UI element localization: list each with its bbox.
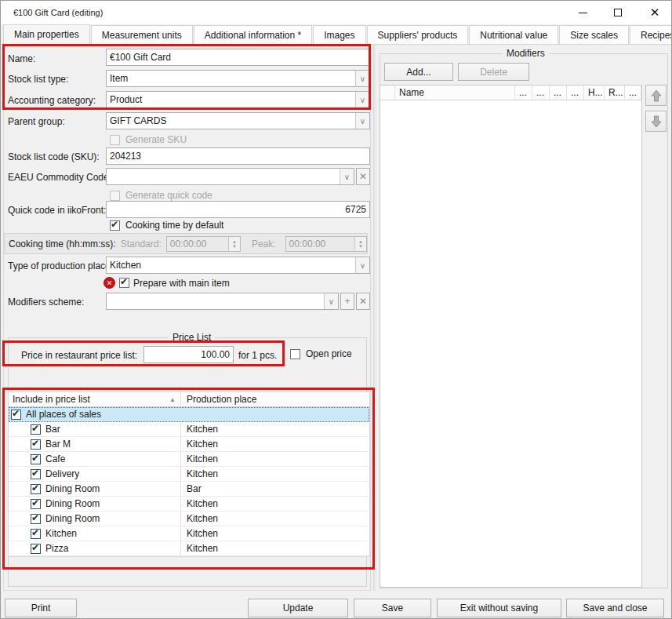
price-table-row[interactable]: Kitchen Kitchen (9, 526, 369, 541)
price-table-row[interactable]: Bar M Kitchen (9, 437, 369, 452)
chevron-down-icon[interactable]: ∨ (355, 257, 369, 273)
title-bar: €100 Gift Card (editing) ✕ (1, 1, 672, 24)
update-button[interactable]: Update (248, 599, 348, 617)
modifiers-scheme-clear-button[interactable]: ✕ (356, 293, 370, 310)
chevron-down-icon[interactable]: ∨ (355, 71, 369, 86)
arrow-down-icon (651, 115, 662, 128)
price-row-place: Kitchen (187, 453, 218, 464)
eaeu-code-value (107, 169, 340, 184)
tab-measurement-units[interactable]: Measurement units (91, 25, 193, 44)
panel-splitter[interactable] (373, 45, 376, 591)
maximize-button[interactable] (606, 4, 630, 21)
modifiers-table-body (380, 100, 641, 587)
price-row-checkbox[interactable] (31, 514, 41, 524)
price-table-row[interactable]: Dining Room Bar (9, 482, 369, 497)
accounting-category-select[interactable]: Product ∨ (106, 91, 370, 108)
price-table-row[interactable]: Dining Room Kitchen (9, 512, 369, 526)
price-row-checkbox[interactable] (31, 484, 41, 494)
tab-recipes[interactable]: Recipes (630, 25, 672, 44)
cooking-standard-value: 00:00:00 (167, 237, 228, 251)
modifiers-scheme-add-button[interactable]: + (340, 293, 354, 310)
price-table-row[interactable]: Dining Room Kitchen (9, 497, 369, 512)
modifiers-column-name[interactable]: Name (395, 86, 515, 100)
modifiers-column-dots[interactable]: ... (625, 86, 641, 100)
parent-group-select[interactable]: GIFT CARDS ∨ (106, 112, 370, 129)
production-place-label: Type of production place: (8, 260, 113, 271)
move-up-button[interactable] (645, 85, 667, 106)
modifiers-add-label: Add... (406, 67, 430, 78)
move-down-button[interactable] (645, 111, 667, 132)
price-row-place: Kitchen (187, 528, 218, 539)
generate-sku-checkbox[interactable] (110, 135, 120, 145)
production-place-column-header[interactable]: Production place (181, 394, 369, 405)
tab-size-scales[interactable]: Size scales (559, 25, 629, 44)
tab-suppliers-products[interactable]: Suppliers' products (367, 25, 469, 44)
generate-sku-row: Generate SKU (110, 134, 187, 145)
include-column-label[interactable]: Include in price list (13, 394, 90, 405)
modifiers-column-blank[interactable] (380, 86, 395, 100)
sku-input[interactable]: 204213 (106, 147, 370, 165)
price-row-checkbox[interactable] (31, 424, 41, 435)
chevron-down-icon[interactable]: ∨ (355, 92, 369, 107)
generate-quick-code-checkbox[interactable] (110, 191, 120, 201)
open-price-checkbox[interactable] (290, 349, 300, 359)
open-price-label: Open price (306, 348, 352, 359)
close-button[interactable]: ✕ (643, 4, 667, 21)
price-table-row[interactable]: Pizza Kitchen (9, 541, 369, 556)
price-row-checkbox[interactable] (11, 410, 21, 420)
eaeu-clear-button[interactable]: ✕ (356, 168, 370, 185)
quick-code-input[interactable]: 6725 (106, 201, 370, 218)
sort-ascending-icon[interactable]: ▲ (169, 396, 176, 403)
cooking-standard-input[interactable]: 00:00:00 ▲▼ (166, 236, 241, 252)
cooking-peak-input[interactable]: 00:00:00 ▲▼ (285, 236, 367, 252)
price-table-row[interactable]: Delivery Kitchen (9, 467, 369, 482)
save-and-close-button[interactable]: Save and close (566, 599, 664, 617)
price-row-checkbox[interactable] (31, 439, 41, 450)
price-row-checkbox[interactable] (31, 469, 41, 479)
chevron-down-icon[interactable]: ∨ (324, 293, 338, 309)
modifiers-column-dots[interactable]: ... (550, 86, 567, 100)
price-row-name-cell: Kitchen (9, 526, 181, 541)
price-table-row[interactable]: All places of sales (9, 407, 369, 422)
price-row-checkbox[interactable] (31, 529, 41, 539)
window-title: €100 Gift Card (editing) (13, 8, 103, 17)
price-row-checkbox[interactable] (31, 499, 41, 509)
modifiers-column-dots[interactable]: ... (532, 86, 550, 100)
save-button[interactable]: Save (354, 599, 431, 617)
modifiers-column-r[interactable]: R... (605, 86, 625, 100)
price-row-checkbox[interactable] (31, 454, 41, 464)
price-table-row[interactable]: Bar Kitchen (9, 422, 369, 437)
modifiers-add-button[interactable]: Add... (384, 63, 453, 81)
eaeu-code-select[interactable]: ∨ (106, 168, 354, 185)
modifiers-scheme-select[interactable]: ∨ (106, 293, 339, 310)
production-place-select[interactable]: Kitchen ∨ (106, 257, 370, 274)
tab-images[interactable]: Images (313, 25, 365, 44)
modifiers-column-dots[interactable]: ... (567, 86, 584, 100)
price-row-checkbox[interactable] (31, 544, 41, 554)
sku-value: 204213 (110, 151, 141, 162)
price-row-name: Kitchen (45, 528, 77, 539)
modifiers-delete-button[interactable]: Delete (458, 63, 529, 81)
spinner-icon[interactable]: ▲▼ (354, 237, 366, 251)
cooking-default-checkbox[interactable] (110, 220, 120, 231)
tab-main-properties[interactable]: Main properties (3, 24, 90, 45)
chevron-down-icon[interactable]: ∨ (355, 113, 369, 129)
spinner-icon[interactable]: ▲▼ (228, 237, 240, 251)
modifiers-column-dots[interactable]: ... (515, 86, 532, 100)
clear-icon: ✕ (359, 296, 367, 307)
name-input[interactable]: €100 Gift Card (106, 49, 370, 66)
modifiers-column-h[interactable]: H... (584, 86, 605, 100)
stock-list-type-select[interactable]: Item ∨ (106, 70, 370, 87)
price-table-row[interactable]: Cafe Kitchen (9, 452, 369, 467)
tab-additional-information[interactable]: Additional information * (194, 25, 312, 44)
prepare-with-main-checkbox[interactable] (119, 278, 129, 288)
restaurant-price-input[interactable]: 100.00 (143, 346, 234, 363)
tab-nutritional-value[interactable]: Nutritional value (469, 25, 558, 44)
print-button[interactable]: Print (5, 599, 77, 617)
chevron-down-icon[interactable]: ∨ (340, 169, 354, 184)
price-row-place: Kitchen (187, 439, 218, 450)
price-row-name-cell: Bar M (9, 437, 181, 451)
exit-without-saving-button[interactable]: Exit without saving (437, 599, 561, 617)
production-place-column-label: Production place (187, 394, 256, 405)
minimize-button[interactable] (571, 4, 594, 21)
